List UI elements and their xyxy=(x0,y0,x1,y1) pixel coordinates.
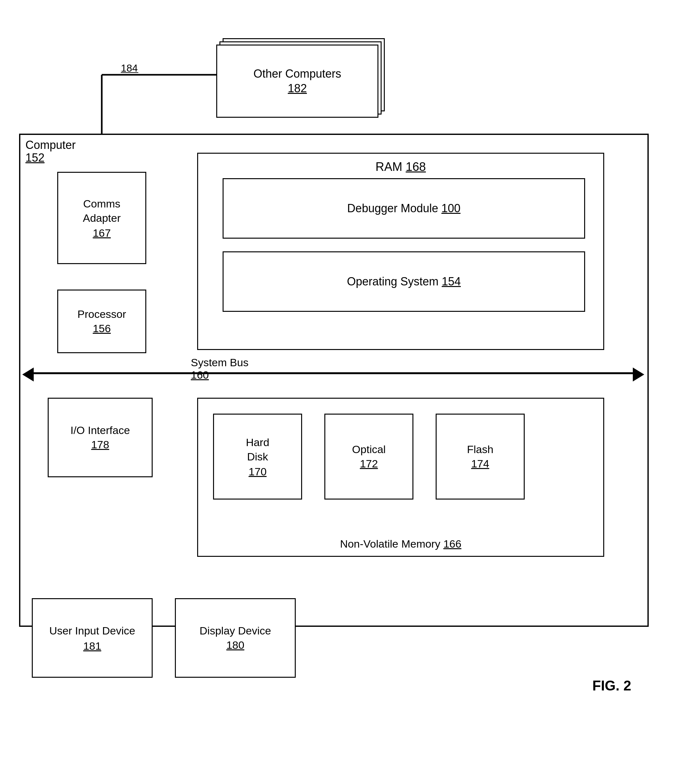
flash-box: Flash 174 xyxy=(436,414,525,500)
other-computers-ref: 182 xyxy=(288,82,307,95)
display-ref: 180 xyxy=(226,639,245,651)
io-ref: 178 xyxy=(91,439,109,451)
debugger-ref: 100 xyxy=(441,202,461,215)
comms-adapter-box: CommsAdapter 167 xyxy=(57,172,146,264)
hard-disk-box: HardDisk 170 xyxy=(213,414,302,500)
svg-text:184: 184 xyxy=(121,63,138,74)
other-computers-box: Other Computers 182 xyxy=(216,45,379,118)
flash-label: Flash xyxy=(467,443,493,456)
nvm-ref: 166 xyxy=(443,538,461,550)
comms-adapter-ref: 167 xyxy=(93,227,111,239)
debugger-label: Debugger Module xyxy=(347,202,438,215)
other-computers-stack: Other Computers 182 xyxy=(216,38,388,121)
figure-label: FIG. 2 xyxy=(593,678,631,694)
nvm-label: Non-Volatile Memory 166 xyxy=(340,538,461,550)
hard-disk-label: HardDisk xyxy=(246,435,269,463)
uid-label: User Input Device xyxy=(49,624,135,638)
os-box: Operating System 154 xyxy=(222,251,585,312)
system-bus-label: System Bus 160 xyxy=(191,357,249,381)
optical-ref: 172 xyxy=(360,457,378,470)
os-label: Operating System xyxy=(347,275,438,288)
os-ref: 154 xyxy=(442,275,461,288)
processor-ref: 156 xyxy=(93,322,111,335)
processor-label: Processor xyxy=(77,308,126,320)
bus-arrow-right xyxy=(633,368,644,381)
bus-arrow-left xyxy=(22,368,34,381)
ram-label: RAM 168 xyxy=(375,160,426,174)
computer-ref: 152 xyxy=(25,151,44,165)
hard-disk-ref: 170 xyxy=(249,465,267,478)
ram-ref: 168 xyxy=(406,160,426,173)
processor-box: Processor 156 xyxy=(57,290,146,353)
system-bus-line xyxy=(29,372,639,374)
diagram-container: 184 xyxy=(19,19,679,719)
comms-adapter-label: CommsAdapter xyxy=(83,196,120,224)
display-label: Display Device xyxy=(200,625,271,637)
flash-ref: 174 xyxy=(471,457,489,470)
uid-ref: 181 xyxy=(83,640,102,652)
user-input-device-box: User Input Device 181 xyxy=(32,598,153,678)
other-computers-label: Other Computers xyxy=(254,67,341,81)
io-label: I/O Interface xyxy=(70,424,130,437)
system-bus-ref: 160 xyxy=(191,369,209,381)
computer-label: Computer xyxy=(25,139,76,152)
optical-label: Optical xyxy=(352,443,386,456)
optical-box: Optical 172 xyxy=(324,414,413,500)
io-interface-box: I/O Interface 178 xyxy=(48,398,153,477)
debugger-module-box: Debugger Module 100 xyxy=(222,178,585,239)
display-device-box: Display Device 180 xyxy=(175,598,296,678)
